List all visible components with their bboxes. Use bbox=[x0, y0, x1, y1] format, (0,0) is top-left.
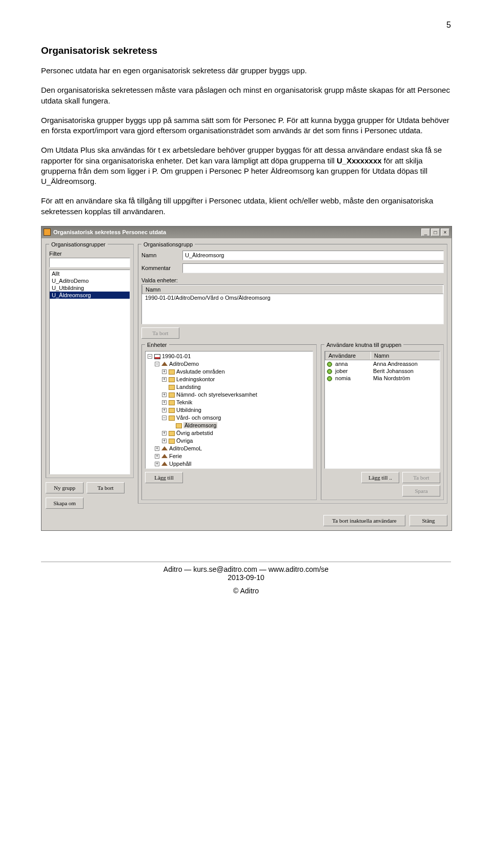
maximize-button[interactable]: □ bbox=[431, 229, 440, 236]
folder-icon bbox=[169, 377, 175, 382]
org-groups-fieldset: Organisationsgrupper Filter Allt U_Aditr… bbox=[46, 241, 134, 478]
units-legend: Enheter bbox=[145, 342, 169, 348]
tree-node[interactable]: Ferie bbox=[169, 453, 182, 459]
user-cell[interactable]: jober bbox=[335, 368, 347, 374]
list-item[interactable]: U_Utbildning bbox=[50, 284, 130, 292]
user-cell[interactable]: anna bbox=[335, 361, 347, 367]
groups-listbox[interactable]: Allt U_AditroDemo U_Utbildning U_Äldreom… bbox=[49, 270, 130, 474]
house-icon bbox=[161, 362, 168, 366]
user-icon bbox=[327, 376, 332, 381]
name-label: Namn bbox=[141, 252, 178, 258]
footer-line-1: Aditro — kurs.se@aditro.com — www.aditro… bbox=[41, 565, 451, 573]
bold-groupname: U_Xxxxxxxx bbox=[337, 156, 382, 165]
tree-node[interactable]: Avslutade områden bbox=[176, 368, 225, 375]
para-1: Personec utdata har en egen organisatori… bbox=[41, 66, 451, 76]
tree-node[interactable]: Uppehåll bbox=[169, 461, 191, 467]
tree-node-selected[interactable]: Äldreomsorg bbox=[183, 422, 217, 428]
close-button[interactable]: × bbox=[441, 229, 449, 236]
house-icon bbox=[161, 454, 168, 458]
footer-line-2: 2013-09-10 bbox=[41, 573, 451, 582]
recreate-button[interactable]: Skapa om bbox=[46, 498, 84, 509]
units-fieldset: Enheter −1990-01-01 −AditroDemo +Avsluta… bbox=[141, 342, 317, 500]
col-header-name: Namn bbox=[371, 352, 440, 360]
folder-icon bbox=[169, 400, 175, 405]
titlebar: Organisatorisk sekretess Personec utdata… bbox=[42, 226, 452, 238]
folder-icon bbox=[169, 431, 175, 436]
tree-node[interactable]: öö Kommun-Avslutad 2009-02-28 bbox=[169, 468, 253, 469]
tree-root[interactable]: 1990-01-01 bbox=[162, 353, 191, 359]
col-header-user: Användare bbox=[325, 352, 371, 360]
user-name-cell[interactable]: Berit Johansson bbox=[371, 367, 440, 375]
para-5: För att en användare ska få tillgång til… bbox=[41, 196, 451, 217]
folder-icon bbox=[169, 439, 175, 444]
tree-node[interactable]: Ledningskontor bbox=[176, 376, 215, 382]
house-icon bbox=[161, 446, 168, 450]
table-row[interactable]: 1990-01-01/AditroDemo/Vård o Oms/Äldreom… bbox=[142, 294, 274, 301]
window-title: Organisatorisk sekretess Personec utdata bbox=[53, 229, 420, 235]
comment-label: Kommentar bbox=[141, 265, 178, 271]
para-4: Om Utdata Plus ska användas för t ex arb… bbox=[41, 145, 451, 187]
list-item-selected[interactable]: U_Äldreomsorg bbox=[50, 292, 130, 299]
selected-units-table[interactable]: Namn 1990-01-01/AditroDemo/Vård o Oms/Äl… bbox=[141, 284, 444, 324]
col-header-name: Namn bbox=[142, 285, 443, 294]
close-dialog-button[interactable]: Stäng bbox=[409, 515, 447, 526]
users-fieldset: Användare knutna till gruppen Användare … bbox=[321, 342, 444, 500]
folder-icon bbox=[169, 369, 175, 375]
house-icon bbox=[161, 462, 168, 466]
name-input[interactable] bbox=[182, 251, 444, 260]
add-user-button[interactable]: Lägg till .. bbox=[361, 472, 399, 483]
org-group-legend: Organisationsgrupp bbox=[141, 241, 195, 247]
tree-node[interactable]: AditroDemo bbox=[169, 361, 199, 367]
folder-icon bbox=[169, 385, 175, 390]
user-cell[interactable]: nomia bbox=[335, 375, 351, 381]
user-icon bbox=[327, 362, 332, 367]
tree-node[interactable]: Teknik bbox=[176, 399, 192, 405]
page-footer: Aditro — kurs.se@aditro.com — www.aditro… bbox=[41, 562, 451, 595]
remove-user-button[interactable]: Ta bort bbox=[402, 472, 440, 483]
users-list[interactable]: Användare Namn anna Anna Andreasson jobe… bbox=[324, 351, 440, 469]
org-groups-legend: Organisationsgrupper bbox=[49, 241, 108, 247]
selected-units-label: Valda enheter: bbox=[141, 277, 444, 283]
tree-node[interactable]: AditroDemoL bbox=[169, 445, 202, 451]
para-3: Organisatoriska grupper byggs upp på sam… bbox=[41, 115, 451, 136]
filter-label: Filter bbox=[49, 251, 130, 257]
org-group-fieldset: Organisationsgrupp Namn Kommentar Valda … bbox=[138, 241, 447, 504]
folder-icon bbox=[169, 408, 175, 413]
new-group-button[interactable]: Ny grupp bbox=[46, 482, 84, 493]
footer-line-3: © Aditro bbox=[41, 587, 451, 595]
dialog-window: Organisatorisk sekretess Personec utdata… bbox=[41, 226, 452, 531]
delete-group-button[interactable]: Ta bort bbox=[87, 482, 125, 493]
tree-node[interactable]: Utbildning bbox=[176, 407, 201, 413]
tree-node[interactable]: Nämnd- och styrelseverksamhet bbox=[176, 391, 257, 398]
folder-icon bbox=[169, 392, 175, 398]
app-icon bbox=[44, 229, 51, 236]
calendar-icon bbox=[154, 354, 160, 359]
minimize-button[interactable]: _ bbox=[421, 229, 430, 236]
filter-input[interactable] bbox=[49, 258, 130, 267]
remove-inactive-button[interactable]: Ta bort inaktuella användare bbox=[323, 515, 405, 526]
tree-node[interactable]: Vård- och omsorg bbox=[176, 415, 221, 421]
list-item[interactable]: Allt bbox=[50, 270, 130, 277]
folder-icon bbox=[169, 416, 175, 421]
users-legend: Användare knutna till gruppen bbox=[324, 342, 403, 348]
page-number: 5 bbox=[41, 20, 451, 30]
user-name-cell[interactable]: Anna Andreasson bbox=[371, 360, 440, 367]
tree-node[interactable]: Övrig arbetstid bbox=[176, 430, 213, 436]
user-icon bbox=[327, 369, 332, 374]
para-2: Den organisatoriska sekretessen måste va… bbox=[41, 85, 451, 106]
units-tree[interactable]: −1990-01-01 −AditroDemo +Avslutade områd… bbox=[145, 351, 313, 469]
tree-node[interactable]: Landsting bbox=[176, 384, 201, 390]
add-unit-button[interactable]: Lägg till bbox=[145, 472, 183, 483]
tree-node[interactable]: Övriga bbox=[176, 438, 193, 444]
list-item[interactable]: U_AditroDemo bbox=[50, 277, 130, 284]
save-button[interactable]: Spara bbox=[402, 485, 440, 497]
user-name-cell[interactable]: Mia Nordström bbox=[371, 375, 440, 382]
heading: Organisatorisk sekretess bbox=[41, 45, 451, 56]
comment-input[interactable] bbox=[182, 263, 444, 273]
folder-icon bbox=[176, 423, 182, 428]
remove-unit-button[interactable]: Ta bort bbox=[141, 327, 179, 339]
